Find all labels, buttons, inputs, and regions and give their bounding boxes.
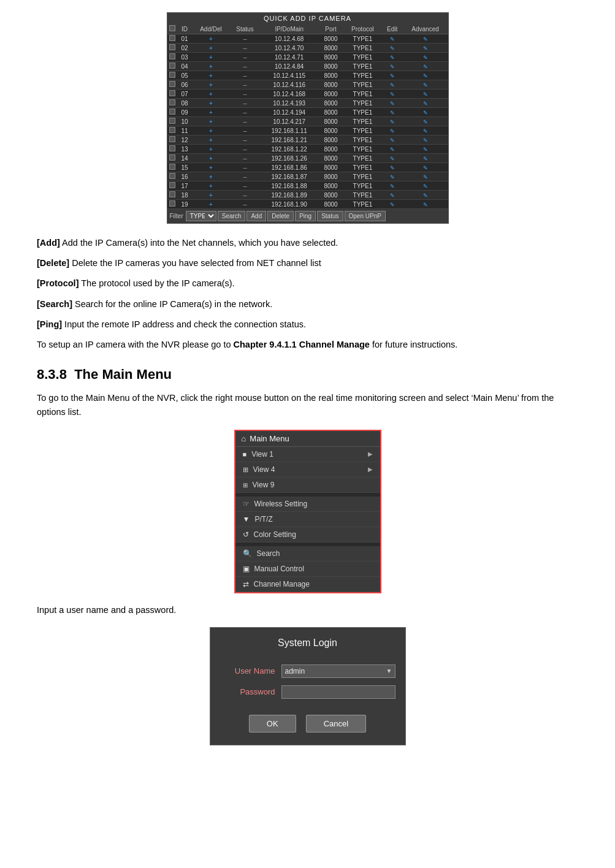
- menu-item-wireless[interactable]: ☞ Wireless Setting: [235, 497, 380, 512]
- row-edit[interactable]: ✎: [382, 62, 403, 71]
- row-advanced[interactable]: ✎: [403, 34, 448, 44]
- row-edit[interactable]: ✎: [382, 200, 403, 209]
- open-upnp-button[interactable]: Open UPnP: [345, 211, 386, 221]
- row-add[interactable]: +: [193, 62, 230, 71]
- row-add[interactable]: +: [193, 89, 230, 99]
- row-advanced[interactable]: ✎: [403, 117, 448, 126]
- menu-item-channel[interactable]: ⇄ Channel Manage: [235, 577, 380, 592]
- row-advanced[interactable]: ✎: [403, 163, 448, 172]
- row-checkbox[interactable]: [167, 181, 177, 191]
- menu-item-view9[interactable]: View 9: [235, 478, 380, 493]
- row-edit[interactable]: ✎: [382, 135, 403, 145]
- status-button[interactable]: Status: [317, 211, 343, 221]
- row-checkbox[interactable]: [167, 89, 177, 99]
- search-desc: Search for the online IP Camera(s) in th…: [75, 299, 272, 309]
- row-edit[interactable]: ✎: [382, 71, 403, 80]
- row-add[interactable]: +: [193, 126, 230, 135]
- filter-select[interactable]: TYPE1: [186, 211, 216, 221]
- row-add[interactable]: +: [193, 135, 230, 145]
- row-advanced[interactable]: ✎: [403, 62, 448, 71]
- row-advanced[interactable]: ✎: [403, 80, 448, 89]
- row-add[interactable]: +: [193, 181, 230, 191]
- row-edit[interactable]: ✎: [382, 163, 403, 172]
- row-advanced[interactable]: ✎: [403, 53, 448, 62]
- row-checkbox[interactable]: [167, 80, 177, 89]
- row-advanced[interactable]: ✎: [403, 71, 448, 80]
- ping-button[interactable]: Ping: [295, 211, 316, 221]
- row-advanced[interactable]: ✎: [403, 89, 448, 99]
- row-edit[interactable]: ✎: [382, 126, 403, 135]
- menu-item-view1[interactable]: View 1 ▶: [235, 447, 380, 462]
- row-edit[interactable]: ✎: [382, 53, 403, 62]
- row-checkbox[interactable]: [167, 154, 177, 163]
- row-checkbox[interactable]: [167, 135, 177, 145]
- row-add[interactable]: +: [193, 53, 230, 62]
- row-advanced[interactable]: ✎: [403, 44, 448, 53]
- ok-button[interactable]: OK: [249, 715, 296, 733]
- row-checkbox[interactable]: [167, 34, 177, 44]
- row-edit[interactable]: ✎: [382, 117, 403, 126]
- row-checkbox[interactable]: [167, 117, 177, 126]
- row-checkbox[interactable]: [167, 200, 177, 209]
- add-button[interactable]: Add: [246, 211, 266, 221]
- dropdown-arrow-icon[interactable]: ▼: [384, 668, 395, 674]
- row-checkbox[interactable]: [167, 99, 177, 108]
- row-edit[interactable]: ✎: [382, 44, 403, 53]
- menu-item-manual[interactable]: ▣ Manual Control: [235, 562, 380, 577]
- row-advanced[interactable]: ✎: [403, 191, 448, 200]
- row-add[interactable]: +: [193, 34, 230, 44]
- row-add[interactable]: +: [193, 80, 230, 89]
- row-checkbox[interactable]: [167, 126, 177, 135]
- search-button[interactable]: Search: [218, 211, 246, 221]
- row-add[interactable]: +: [193, 191, 230, 200]
- row-edit[interactable]: ✎: [382, 191, 403, 200]
- row-checkbox[interactable]: [167, 163, 177, 172]
- delete-button[interactable]: Delete: [267, 211, 294, 221]
- row-add[interactable]: +: [193, 99, 230, 108]
- row-checkbox[interactable]: [167, 44, 177, 53]
- row-edit[interactable]: ✎: [382, 154, 403, 163]
- row-advanced[interactable]: ✎: [403, 181, 448, 191]
- row-advanced[interactable]: ✎: [403, 126, 448, 135]
- row-checkbox[interactable]: [167, 191, 177, 200]
- row-add[interactable]: +: [193, 145, 230, 154]
- row-protocol: TYPE1: [343, 126, 381, 135]
- row-edit[interactable]: ✎: [382, 172, 403, 181]
- row-add[interactable]: +: [193, 200, 230, 209]
- row-edit[interactable]: ✎: [382, 181, 403, 191]
- row-edit[interactable]: ✎: [382, 34, 403, 44]
- row-add[interactable]: +: [193, 163, 230, 172]
- row-edit[interactable]: ✎: [382, 80, 403, 89]
- row-checkbox[interactable]: [167, 71, 177, 80]
- row-edit[interactable]: ✎: [382, 89, 403, 99]
- row-checkbox[interactable]: [167, 108, 177, 117]
- menu-item-view4[interactable]: View 4 ▶: [235, 462, 380, 478]
- row-edit[interactable]: ✎: [382, 99, 403, 108]
- row-edit[interactable]: ✎: [382, 145, 403, 154]
- row-checkbox[interactable]: [167, 53, 177, 62]
- menu-item-search[interactable]: 🔍 Search: [235, 546, 380, 562]
- row-status: --: [229, 172, 260, 181]
- row-add[interactable]: +: [193, 117, 230, 126]
- row-checkbox[interactable]: [167, 172, 177, 181]
- row-advanced[interactable]: ✎: [403, 145, 448, 154]
- row-add[interactable]: +: [193, 108, 230, 117]
- row-advanced[interactable]: ✎: [403, 99, 448, 108]
- username-input[interactable]: [282, 665, 384, 677]
- row-advanced[interactable]: ✎: [403, 200, 448, 209]
- row-add[interactable]: +: [193, 71, 230, 80]
- row-advanced[interactable]: ✎: [403, 108, 448, 117]
- row-advanced[interactable]: ✎: [403, 135, 448, 145]
- password-input[interactable]: [282, 686, 395, 698]
- menu-item-color[interactable]: ↺ Color Setting: [235, 527, 380, 542]
- row-advanced[interactable]: ✎: [403, 154, 448, 163]
- cancel-button[interactable]: Cancel: [306, 715, 366, 733]
- row-advanced[interactable]: ✎: [403, 172, 448, 181]
- row-checkbox[interactable]: [167, 145, 177, 154]
- row-checkbox[interactable]: [167, 62, 177, 71]
- row-add[interactable]: +: [193, 44, 230, 53]
- row-edit[interactable]: ✎: [382, 108, 403, 117]
- row-add[interactable]: +: [193, 154, 230, 163]
- menu-item-ptz[interactable]: ▼ P/T/Z: [235, 512, 380, 527]
- row-add[interactable]: +: [193, 172, 230, 181]
